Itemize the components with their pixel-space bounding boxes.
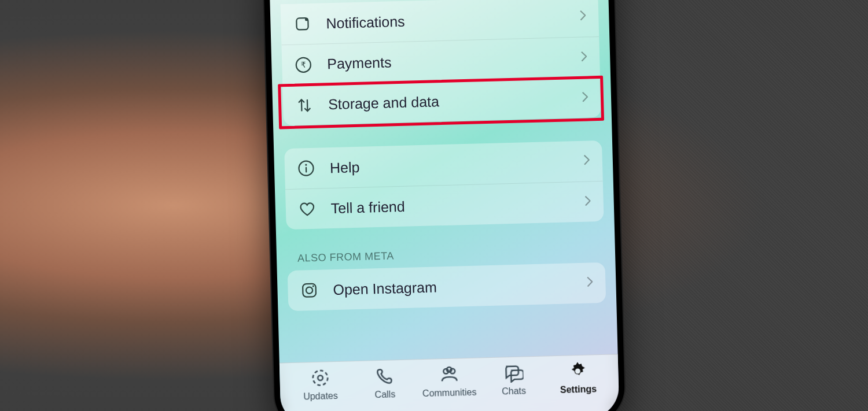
- chevron-right-icon: [582, 91, 590, 104]
- tab-calls[interactable]: Calls: [352, 365, 417, 401]
- storage-icon: [296, 96, 314, 114]
- row-label: Open Instagram: [333, 275, 587, 298]
- settings-group-help: Help Tell a friend: [284, 140, 604, 229]
- svg-line-5: [307, 99, 308, 111]
- chevron-right-icon: [584, 154, 591, 167]
- row-label: Help: [330, 153, 584, 176]
- payments-icon: ₹: [295, 55, 312, 73]
- svg-point-11: [312, 286, 314, 287]
- phone-screen: Notifications ₹ Payments: [269, 0, 619, 411]
- settings-icon: [568, 361, 588, 382]
- svg-point-12: [312, 371, 328, 386]
- tab-label: Calls: [374, 389, 395, 400]
- settings-group-general: Notifications ₹ Payments: [281, 0, 601, 125]
- instagram-icon: [300, 282, 318, 299]
- tab-label: Updates: [303, 391, 338, 402]
- section-header-meta: ALSO FROM META: [297, 245, 594, 264]
- svg-point-10: [306, 287, 313, 294]
- calls-icon: [374, 366, 395, 386]
- phone-frame: Notifications ₹ Payments: [263, 0, 626, 411]
- heart-icon: [298, 200, 316, 218]
- updates-icon: [310, 368, 330, 388]
- row-label: Notifications: [326, 8, 580, 31]
- svg-point-16: [446, 367, 451, 372]
- communities-icon: [439, 364, 459, 384]
- notifications-icon: [293, 15, 311, 33]
- svg-point-13: [318, 375, 323, 380]
- row-open-instagram[interactable]: Open Instagram: [288, 262, 606, 311]
- tab-chats[interactable]: Chats: [481, 362, 546, 398]
- svg-line-4: [301, 99, 302, 111]
- tab-updates[interactable]: Updates: [288, 367, 353, 402]
- tab-label: Chats: [502, 386, 526, 397]
- tab-bar: Updates Calls Communities Chats Settings: [279, 354, 620, 411]
- chevron-right-icon: [587, 276, 594, 289]
- row-label: Storage and data: [328, 90, 583, 113]
- row-label: Tell a friend: [330, 194, 585, 217]
- chevron-right-icon: [584, 195, 592, 208]
- chevron-right-icon: [580, 10, 587, 23]
- tab-label: Communities: [422, 387, 477, 399]
- svg-rect-9: [303, 284, 316, 297]
- row-tell-a-friend[interactable]: Tell a friend: [285, 181, 604, 229]
- row-storage-and-data[interactable]: Storage and data: [282, 77, 601, 125]
- tab-label: Settings: [560, 384, 597, 395]
- settings-group-meta: Open Instagram: [288, 262, 606, 311]
- tab-communities[interactable]: Communities: [417, 364, 482, 399]
- svg-text:₹: ₹: [301, 61, 306, 69]
- chevron-right-icon: [581, 51, 589, 64]
- help-icon: [297, 160, 315, 177]
- row-label: Payments: [327, 49, 582, 72]
- tab-settings[interactable]: Settings: [546, 361, 611, 396]
- chats-icon: [503, 363, 524, 383]
- settings-scroll[interactable]: Notifications ₹ Payments: [269, 0, 619, 411]
